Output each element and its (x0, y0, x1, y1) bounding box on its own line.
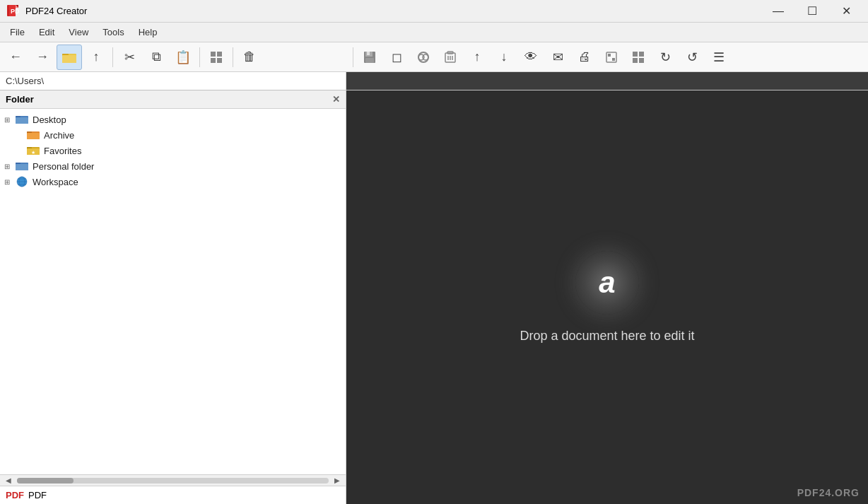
watermark: PDF24.ORG (797, 487, 860, 498)
svg-rect-9 (217, 52, 222, 57)
drop-text: Drop a document here to edit it (520, 329, 694, 344)
paste-button[interactable]: 📋 (170, 45, 196, 70)
tree-item-workspace[interactable]: ⊞ Workspace (0, 174, 346, 189)
grid-view-button[interactable] (626, 45, 651, 70)
tree-label-desktop: Desktop (33, 115, 66, 125)
tree-item-desktop[interactable]: ⊞ Desktop (0, 112, 346, 127)
page-button[interactable]: ◻ (384, 45, 409, 70)
minimize-button[interactable]: — (762, 0, 794, 23)
folder-personal-icon (16, 160, 30, 172)
drop-area[interactable]: a Drop a document here to edit it (346, 90, 868, 504)
expander-workspace[interactable]: ⊞ (4, 178, 16, 186)
compress-button[interactable] (599, 45, 624, 70)
svg-point-16 (418, 52, 428, 62)
back-button[interactable]: ← (3, 45, 28, 70)
menu-help[interactable]: Help (131, 24, 165, 40)
tree-label-personal: Personal folder (33, 161, 94, 172)
undo-button[interactable]: ↻ (652, 45, 678, 70)
titlebar-controls: — ☐ ✕ (762, 0, 862, 23)
svg-rect-7 (62, 55, 76, 63)
move-up-button[interactable]: ↑ (464, 45, 490, 70)
preview-button[interactable]: 👁 (518, 45, 544, 70)
copy-button[interactable]: ⧉ (143, 45, 169, 70)
left-panel: Folder ✕ ⊞ Desktop ⊞ Archive (0, 90, 346, 504)
email-button[interactable]: ✉ (545, 45, 570, 70)
save-button[interactable] (357, 45, 382, 70)
pdf-tab-label: PDF (28, 490, 47, 500)
menubar: File Edit View Tools Help (0, 23, 868, 42)
svg-rect-10 (211, 58, 216, 63)
open-folder-button[interactable] (57, 45, 82, 70)
drop-icon: a (575, 251, 639, 315)
svg-rect-14 (367, 52, 370, 55)
cut-button[interactable]: ✂ (117, 45, 142, 70)
svg-rect-43 (16, 164, 28, 170)
menu-file[interactable]: File (3, 24, 32, 40)
svg-rect-25 (608, 54, 611, 57)
tree-item-archive[interactable]: ⊞ Archive (0, 127, 346, 143)
svg-rect-36 (27, 133, 40, 139)
menu-edit[interactable]: Edit (32, 24, 61, 40)
horizontal-scrollbar[interactable]: ◀ ▶ (0, 474, 346, 486)
tree-label-favorites: Favorites (44, 146, 81, 156)
delete-button[interactable]: 🗑 (237, 45, 262, 70)
tree-item-favorites[interactable]: ⊞ ★ Favorites (0, 143, 346, 158)
svg-point-18 (423, 54, 428, 60)
titlebar: PDF PDF24 Creator — ☐ ✕ (0, 0, 868, 23)
address-bar[interactable]: C:\Users\ (0, 72, 346, 90)
app-logo-icon: PDF (6, 4, 20, 18)
right-panel: a Drop a document here to edit it PDF24.… (346, 90, 868, 504)
svg-rect-8 (211, 52, 216, 57)
settings-button[interactable]: ☰ (706, 45, 732, 70)
tree-label-workspace: Workspace (33, 177, 78, 187)
folder-orange-icon (27, 129, 41, 141)
clear-button[interactable] (438, 45, 463, 70)
svg-rect-26 (612, 58, 615, 61)
maximize-button[interactable]: ☐ (796, 0, 828, 23)
folder-header: Folder ✕ (0, 90, 346, 109)
titlebar-left: PDF PDF24 Creator (6, 4, 87, 18)
svg-text:PDF: PDF (11, 8, 20, 15)
svg-rect-15 (365, 58, 374, 63)
up-button[interactable]: ↑ (83, 45, 109, 70)
tile-button[interactable] (204, 45, 229, 70)
sep3 (233, 47, 233, 67)
folder-close-button[interactable]: ✕ (332, 94, 340, 105)
folder-tree: ⊞ Desktop ⊞ Archive ⊞ ★ Favorite (0, 109, 346, 474)
toolbar-right: ◻ ↑ ↓ 👁 ✉ 🖨 ↻ ↺ ☰ (357, 45, 865, 70)
folder-blue-icon (16, 114, 30, 125)
svg-rect-27 (633, 52, 638, 57)
sep2 (199, 47, 200, 67)
drop-letter: a (599, 266, 615, 300)
tree-label-archive: Archive (44, 130, 74, 141)
folder-star-icon: ★ (27, 145, 41, 156)
scroll-track[interactable] (17, 478, 329, 484)
forward-button[interactable]: → (30, 45, 55, 70)
address-path: C:\Users\ (6, 76, 44, 86)
redo-button[interactable]: ↺ (679, 45, 705, 70)
menu-view[interactable]: View (61, 24, 95, 40)
pdf-tab-icon: PDF (6, 490, 24, 500)
scroll-left-arrow[interactable]: ◀ (3, 476, 14, 484)
menu-tools[interactable]: Tools (95, 24, 131, 40)
expander-desktop[interactable]: ⊞ (4, 116, 16, 124)
address-row: C:\Users\ (0, 72, 868, 90)
close-button[interactable]: ✕ (830, 0, 862, 23)
merge-button[interactable] (411, 45, 436, 70)
toolbar-left: ← → ↑ ✂ ⧉ 📋 🗑 (3, 45, 349, 70)
move-down-button[interactable]: ↓ (491, 45, 517, 70)
folder-label: Folder (6, 94, 34, 105)
sep-mid (353, 47, 353, 67)
pdf-tab-area: PDF PDF (0, 486, 346, 504)
scroll-thumb[interactable] (17, 478, 74, 484)
svg-rect-30 (639, 58, 644, 63)
print-button[interactable]: 🖨 (572, 45, 597, 70)
toolbar: ← → ↑ ✂ ⧉ 📋 🗑 ◻ ↑ ↓ 👁 ✉ 🖨 (0, 42, 868, 72)
right-addr-spacer (346, 72, 868, 90)
globe-icon (16, 176, 30, 187)
svg-rect-33 (16, 117, 28, 124)
tree-item-personal[interactable]: ⊞ Personal folder (0, 158, 346, 174)
expander-personal[interactable]: ⊞ (4, 163, 16, 170)
svg-rect-29 (633, 58, 638, 63)
scroll-right-arrow[interactable]: ▶ (332, 476, 343, 484)
